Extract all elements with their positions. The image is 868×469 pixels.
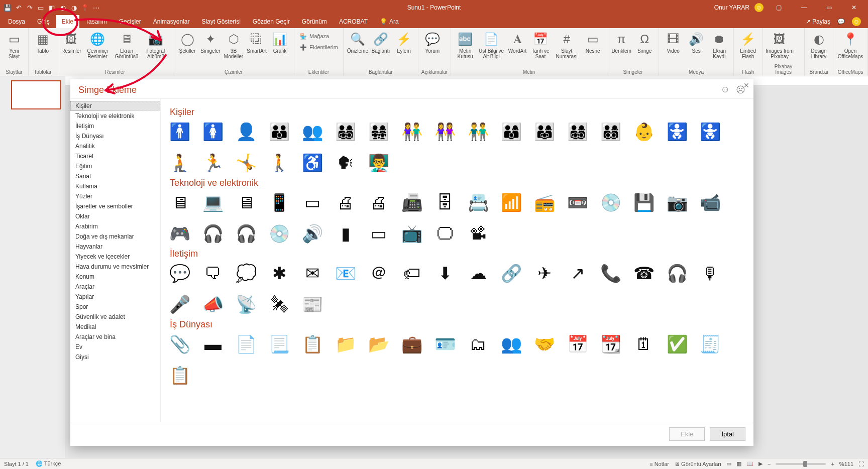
tab-ekle[interactable]: Ekle (56, 15, 79, 28)
table-button[interactable]: ▦Tablo (32, 30, 54, 54)
printer-icon[interactable]: 🖨 (336, 192, 356, 212)
microphone-icon[interactable]: 🎤 (170, 294, 190, 314)
zoom-button[interactable]: 🔍Önizleme (347, 30, 369, 54)
category-item[interactable]: Medikal (70, 322, 160, 332)
laptop-icon[interactable]: 💻 (203, 192, 223, 212)
undo-icon[interactable]: ↶ (15, 4, 22, 11)
date-time-button[interactable]: 📅Tarih ve Saat (529, 30, 552, 59)
headphones-icon[interactable]: 🎧 (236, 223, 256, 244)
server-icon[interactable]: 🗄 (435, 192, 455, 212)
satellite-icon[interactable]: 📡 (236, 294, 256, 314)
wordart-button[interactable]: 𝐀WordArt (506, 30, 528, 54)
walk-cane-icon[interactable]: 🚶 (269, 153, 289, 173)
object-button[interactable]: ▭Nesne (582, 30, 604, 54)
tell-me-search[interactable]: 💡 Ara (374, 15, 399, 28)
category-item[interactable]: Giysi (70, 352, 160, 362)
download-icon[interactable]: ⬇ (435, 263, 455, 283)
webcam-icon[interactable]: 📹 (700, 192, 720, 212)
list-detail-icon[interactable]: 📋 (170, 365, 190, 385)
zoom-in-icon[interactable]: + (831, 461, 834, 467)
qat-icon[interactable]: ◐ (59, 4, 66, 11)
feedback-smile-icon[interactable]: ☺ (721, 84, 730, 95)
category-item[interactable]: Yapılar (70, 292, 160, 302)
envelope-icon[interactable]: ✉ (302, 263, 322, 283)
category-item[interactable]: Oklar (70, 211, 160, 221)
slideshow-view-icon[interactable]: ▶ (758, 460, 763, 467)
floppy-icon[interactable]: 💾 (634, 192, 654, 212)
slide-number-button[interactable]: #Slayt Numarası (553, 30, 581, 59)
phone-icon[interactable]: 📞 (601, 263, 621, 283)
zoom-level[interactable]: %111 (839, 461, 853, 467)
share-button[interactable]: ↗ Paylaş (806, 18, 830, 25)
icon-gallery[interactable]: Kişiler 🚹🚺👤👪👥👨‍👩‍👧‍👦👨‍👩‍👧‍👧👫👭👬👨‍👩‍👦👨‍👩‍👧… (161, 99, 753, 422)
calendar-grid-icon[interactable]: 🗓 (634, 334, 654, 354)
cd-icon[interactable]: 💿 (601, 192, 621, 212)
couple-icon[interactable]: 👫 (402, 122, 422, 142)
tab-giris[interactable]: Giriş (31, 15, 56, 28)
wheelchair-icon[interactable]: ♿ (302, 153, 322, 173)
newspaper-icon[interactable]: 📰 (302, 294, 322, 314)
document-icon[interactable]: 📃 (269, 334, 289, 354)
category-item[interactable]: Doğa ve dış mekanlar (70, 231, 160, 242)
paper-plane-icon[interactable]: ✈ (534, 263, 555, 283)
folder-open-icon[interactable]: 📂 (369, 334, 389, 354)
category-item[interactable]: İşaretler ve semboller (70, 201, 160, 211)
dvd-player-icon[interactable]: ▭ (369, 223, 389, 244)
reading-view-icon[interactable]: 📖 (746, 460, 753, 467)
tab-dosya[interactable]: Dosya (2, 15, 31, 28)
category-item[interactable]: Sanat (70, 171, 160, 181)
3d-models-button[interactable]: ⬡3B Modeller (223, 30, 245, 59)
monitor-icon[interactable]: 🖥 (236, 192, 256, 212)
normal-view-icon[interactable]: ▭ (726, 460, 731, 467)
tab-tasarim[interactable]: Tasarım (79, 15, 113, 28)
slide-thumbnail[interactable] (11, 80, 61, 109)
share-icon[interactable]: ↗ (568, 263, 588, 283)
group-three-icon[interactable]: 👪 (269, 122, 289, 142)
pin-icon[interactable]: 📍 (81, 4, 88, 11)
close-icon[interactable]: ✕ (844, 0, 864, 15)
audio-button[interactable]: 🔊Ses (685, 30, 707, 54)
pictures-button[interactable]: 🖼Resimler (60, 30, 82, 54)
insert-button[interactable]: Ekle (669, 427, 705, 441)
cancel-button[interactable]: İptal (710, 427, 745, 441)
category-item[interactable]: Spor (70, 302, 160, 312)
person-bust-icon[interactable]: 👤 (236, 122, 256, 142)
sorter-view-icon[interactable]: ▦ (736, 460, 741, 467)
vinyl-icon[interactable]: 💿 (269, 223, 289, 244)
baby-crawl-2-icon[interactable]: 🚼 (667, 122, 687, 142)
jump-icon[interactable]: 🤸 (236, 153, 256, 173)
symbol-button[interactable]: ΩSimge (633, 30, 656, 54)
screen-record-button[interactable]: ⏺Ekran Kaydı (708, 30, 730, 59)
category-item[interactable]: Teknoloji ve elektronik (70, 111, 160, 121)
tv-icon[interactable]: 📺 (402, 223, 422, 244)
group-six-icon[interactable]: 👨‍👩‍👧‍👧 (369, 122, 389, 142)
paperclip-icon[interactable]: 📎 (170, 334, 190, 354)
category-item[interactable]: Hava durumu ve mevsimler (70, 262, 160, 272)
network-icon[interactable]: ✱ (269, 263, 289, 283)
person-male-icon[interactable]: 🚹 (170, 122, 190, 142)
run-icon[interactable]: 🏃 (203, 153, 223, 173)
folder-icon[interactable]: 📁 (336, 334, 356, 354)
equation-button[interactable]: πDenklem (610, 30, 632, 54)
new-slide-button[interactable]: ▭Yeni Slayt (3, 30, 25, 59)
qat-icon[interactable]: ◑ (70, 4, 77, 11)
category-item[interactable]: Kişiler (70, 101, 160, 111)
speakers-icon[interactable]: 🔊 (302, 223, 322, 244)
cassette-icon[interactable]: 📼 (568, 192, 588, 212)
meeting-icon[interactable]: 👥 (501, 334, 521, 354)
notes-button[interactable]: ≡ Notlar (649, 461, 669, 467)
video-button[interactable]: 🎞Video (662, 30, 684, 54)
online-pictures-button[interactable]: 🌐Çevrimiçi Resimler (83, 30, 112, 59)
category-item[interactable]: Araçlar ve bina (70, 332, 160, 342)
briefcase-icon[interactable]: 💼 (402, 334, 422, 354)
two-women-icon[interactable]: 👭 (435, 122, 455, 142)
thought-icon[interactable]: 💭 (236, 263, 256, 283)
category-item[interactable]: Eğitim (70, 161, 160, 171)
category-item[interactable]: Ev (70, 342, 160, 352)
gamepad-icon[interactable]: 🎮 (170, 223, 190, 244)
category-item[interactable]: Güvenlik ve adalet (70, 312, 160, 322)
family-3-icon[interactable]: 👨‍👩‍👦 (501, 122, 521, 142)
satellite-2-icon[interactable]: 🛰 (269, 294, 289, 314)
tab-animasyonlar[interactable]: Animasyonlar (147, 15, 196, 28)
officemaps-button[interactable]: 📍Open OfficeMaps (836, 30, 864, 59)
